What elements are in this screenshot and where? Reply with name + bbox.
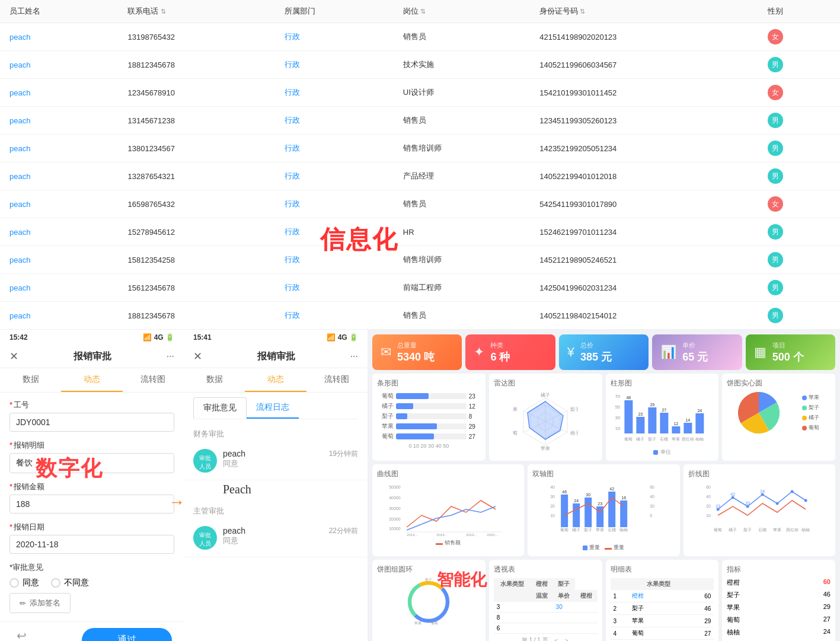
radio-agree[interactable]: 同意 bbox=[9, 578, 39, 588]
employee-name-link[interactable]: peach bbox=[9, 256, 30, 264]
ind-label-3: 苹果 bbox=[727, 603, 740, 612]
bar-label-pear: 梨子 bbox=[377, 412, 394, 420]
svg-text:30: 30 bbox=[550, 495, 555, 499]
svg-text:橘子: 橘子 bbox=[541, 393, 550, 398]
indicator-row-1: 橙柑 60 bbox=[727, 578, 831, 587]
table-row: peach 18812345678 行政 技术实施 14052119960603… bbox=[0, 51, 840, 79]
svg-text:33: 33 bbox=[745, 501, 750, 505]
middle-close-button[interactable]: ✕ bbox=[193, 350, 202, 363]
gender-badge: 男 bbox=[768, 224, 783, 240]
employee-name-link[interactable]: peach bbox=[9, 60, 30, 69]
left-tab-data[interactable]: 数据 bbox=[0, 368, 61, 392]
middle-tab-data[interactable]: 数据 bbox=[184, 368, 245, 392]
finance-approval-content: peach 同意 bbox=[223, 449, 323, 469]
middle-tab-dynamic[interactable]: 动态 bbox=[245, 368, 306, 392]
field-input-jobno[interactable]: JDY0001 bbox=[9, 413, 174, 432]
cell-role: 销售培训师 bbox=[394, 246, 530, 274]
dept-link[interactable]: 行政 bbox=[285, 199, 300, 208]
cell-idcard: 142504199602031234 bbox=[530, 274, 758, 302]
dept-link[interactable]: 行政 bbox=[285, 311, 300, 320]
svg-text:30: 30 bbox=[586, 493, 591, 497]
cell-dept: 行政 bbox=[275, 302, 393, 330]
field-input-date[interactable]: 2020-11-18 bbox=[9, 535, 174, 554]
field-input-amount[interactable]: 188 bbox=[9, 495, 174, 514]
svg-rect-23 bbox=[695, 413, 704, 433]
pie-chart-card: 饼图实心圆 苹果 梨子 橘子 葡萄 bbox=[722, 374, 835, 461]
svg-text:橘子: 橘子 bbox=[729, 528, 737, 532]
svg-text:48: 48 bbox=[626, 396, 631, 400]
employee-name-link[interactable]: peach bbox=[9, 311, 30, 320]
middle-more-button[interactable]: ··· bbox=[350, 351, 358, 362]
employee-name-link[interactable]: peach bbox=[9, 283, 30, 292]
col-idcard[interactable]: 身份证号码 bbox=[530, 0, 758, 23]
col-legend-icon bbox=[653, 450, 658, 455]
radio-disagree-label: 不同意 bbox=[64, 578, 89, 588]
grid-table-card: 明细表 水果类型 1 橙柑 60 bbox=[606, 560, 719, 641]
dept-link[interactable]: 行政 bbox=[285, 88, 300, 97]
stat-card-weight: ✉ 总重量 5340 吨 bbox=[372, 334, 462, 370]
manager-section-title: 主管审批 bbox=[184, 501, 368, 519]
cell-idcard: 152462199701011234 bbox=[530, 218, 758, 246]
dept-link[interactable]: 行政 bbox=[285, 32, 300, 41]
svg-text:葡萄: 葡萄 bbox=[431, 621, 438, 625]
dept-link[interactable]: 行政 bbox=[285, 283, 300, 292]
dept-link[interactable]: 行政 bbox=[285, 116, 300, 125]
employee-name-link[interactable]: peach bbox=[9, 172, 30, 181]
grid-row-4: 4 葡萄 27 bbox=[611, 627, 714, 640]
middle-tab-flow[interactable]: 流转图 bbox=[306, 368, 368, 392]
add-signature-button[interactable]: ✏ 添加签名 bbox=[9, 593, 71, 613]
pivot-cell-2-2 bbox=[531, 613, 552, 623]
svg-text:16: 16 bbox=[622, 496, 627, 500]
employee-name-link[interactable]: peach bbox=[9, 200, 30, 209]
bar-label-orange: 橘子 bbox=[377, 402, 394, 410]
table-row: peach 15612345678 行政 前端工程师 1425041996020… bbox=[0, 274, 840, 302]
svg-text:20: 20 bbox=[706, 504, 711, 508]
grid-table: 水果类型 1 橙柑 60 2 梨子 46 bbox=[611, 578, 714, 641]
dept-link[interactable]: 行政 bbox=[285, 60, 300, 69]
dept-link[interactable]: 行政 bbox=[285, 227, 300, 236]
approval-tab-log[interactable]: 流程日志 bbox=[247, 397, 299, 419]
prev-page-button[interactable]: ＜ bbox=[553, 636, 559, 641]
employee-name-link[interactable]: peach bbox=[9, 116, 30, 125]
left-tab-dynamic[interactable]: 动态 bbox=[61, 368, 122, 392]
legend-orange: 橘子 bbox=[802, 414, 819, 422]
dept-link[interactable]: 行政 bbox=[285, 255, 300, 264]
bar-val-grape2: 27 bbox=[469, 433, 481, 440]
employee-name-link[interactable]: peach bbox=[9, 228, 30, 237]
employee-name-link[interactable]: peach bbox=[9, 144, 30, 153]
dual-legend-line: 重量 bbox=[605, 544, 624, 551]
dept-link[interactable]: 行政 bbox=[285, 171, 300, 180]
left-close-button[interactable]: ✕ bbox=[9, 350, 18, 363]
stat-card-type: ✦ 种类 6 种 bbox=[465, 334, 555, 370]
manager-approver-name: peach bbox=[223, 526, 323, 535]
svg-rect-57 bbox=[573, 503, 580, 527]
approval-label: *审批意见 bbox=[9, 562, 174, 573]
bar-label-apple: 苹果 bbox=[377, 422, 394, 430]
dept-link[interactable]: 行政 bbox=[285, 143, 300, 152]
left-tab-flow[interactable]: 流转图 bbox=[123, 368, 184, 392]
svg-text:42: 42 bbox=[610, 487, 615, 491]
indicator-row-4: 葡萄 27 bbox=[727, 616, 831, 624]
next-page-button[interactable]: ＞ bbox=[564, 636, 570, 641]
employee-name-link[interactable]: peach bbox=[9, 88, 30, 97]
pivot-cell-1-1: 3 bbox=[494, 602, 531, 613]
svg-point-84 bbox=[804, 499, 807, 502]
grid-fruit-3: 苹果 bbox=[629, 615, 689, 627]
form-field-jobno: *工号 JDY0001 bbox=[9, 400, 174, 432]
pivot-cell-1-4 bbox=[575, 602, 597, 613]
col-legend: 单位 bbox=[611, 448, 714, 456]
middle-time: 15:41 bbox=[193, 333, 212, 342]
approve-button[interactable]: 通过 bbox=[82, 628, 172, 641]
ind-val-5: 24 bbox=[823, 628, 831, 637]
cell-role: 产品经理 bbox=[394, 162, 530, 190]
employee-name-link[interactable]: peach bbox=[9, 33, 30, 42]
svg-text:梨子: 梨子 bbox=[570, 407, 578, 412]
reject-button[interactable]: ↩ 不通过 bbox=[12, 629, 31, 641]
approval-tab-opinion[interactable]: 审批意见 bbox=[193, 397, 247, 419]
pivot-sh1 bbox=[494, 590, 531, 602]
col-role[interactable]: 岗位 bbox=[394, 0, 530, 23]
cell-name: peach bbox=[0, 246, 118, 274]
left-more-button[interactable]: ··· bbox=[167, 351, 174, 362]
radio-disagree[interactable]: 不同意 bbox=[51, 578, 89, 588]
col-phone[interactable]: 联系电话 bbox=[118, 0, 275, 23]
